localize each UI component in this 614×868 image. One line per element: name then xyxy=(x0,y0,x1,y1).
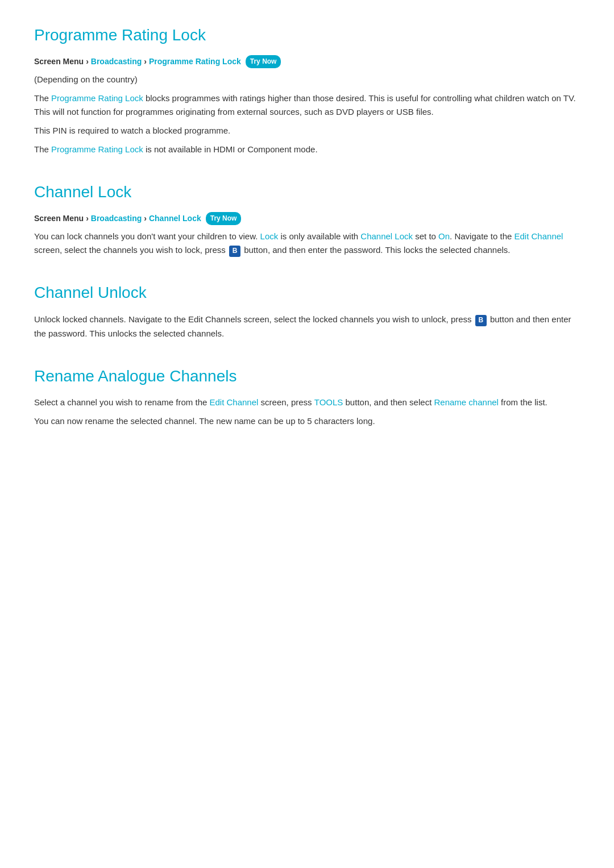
section-channel-lock: Channel LockScreen Menu › Broadcasting ›… xyxy=(34,180,580,258)
inline-text: screen, press xyxy=(258,397,314,407)
paragraph-p4: The Programme Rating Lock is not availab… xyxy=(34,143,580,157)
b-button: B xyxy=(229,246,240,257)
inline-text: from the list. xyxy=(499,397,547,407)
breadcrumb-broadcasting[interactable]: Broadcasting xyxy=(91,55,142,68)
section-title-channel-unlock: Channel Unlock xyxy=(34,280,580,306)
inline-link: Programme Rating Lock xyxy=(51,144,143,154)
section-title-rename-analogue-channels: Rename Analogue Channels xyxy=(34,364,580,389)
inline-text: The xyxy=(34,93,51,103)
breadcrumb-broadcasting[interactable]: Broadcasting xyxy=(91,212,142,225)
inline-text: Unlock locked channels. Navigate to the … xyxy=(34,314,474,324)
b-button: B xyxy=(475,315,487,326)
inline-link: Edit Channel xyxy=(210,397,259,407)
breadcrumb: Screen Menu › Broadcasting › Channel Loc… xyxy=(34,212,580,225)
inline-text: You can lock channels you don't want you… xyxy=(34,231,260,241)
paragraph-p2: The Programme Rating Lock blocks program… xyxy=(34,92,580,120)
paragraph-p3: This PIN is required to watch a blocked … xyxy=(34,124,580,138)
section-programme-rating-lock: Programme Rating LockScreen Menu › Broad… xyxy=(34,23,580,157)
inline-text: is not available in HDMI or Component mo… xyxy=(143,144,318,154)
inline-link: Edit Channel xyxy=(515,231,563,241)
paragraph-p1: Unlock locked channels. Navigate to the … xyxy=(34,313,580,341)
inline-text: button, and then enter the password. Thi… xyxy=(242,245,511,255)
inline-text: set to xyxy=(413,231,438,241)
paragraph-p1: Select a channel you wish to rename from… xyxy=(34,396,580,410)
section-channel-unlock: Channel UnlockUnlock locked channels. Na… xyxy=(34,280,580,340)
breadcrumb-screen-menu: Screen Menu xyxy=(34,212,84,225)
breadcrumb-sep2: › xyxy=(144,55,147,68)
breadcrumb-sep2: › xyxy=(144,212,147,225)
para-text: You can now rename the selected channel.… xyxy=(34,416,375,426)
try-now-badge[interactable]: Try Now xyxy=(206,212,242,225)
inline-text: . Navigate to the xyxy=(450,231,514,241)
app-container: Programme Rating LockScreen Menu › Broad… xyxy=(34,23,580,429)
breadcrumb-section[interactable]: Channel Lock xyxy=(149,212,201,225)
breadcrumb-sep: › xyxy=(86,55,89,68)
breadcrumb-screen-menu: Screen Menu xyxy=(34,55,84,68)
section-rename-analogue-channels: Rename Analogue ChannelsSelect a channel… xyxy=(34,364,580,429)
paragraph-p1: You can lock channels you don't want you… xyxy=(34,230,580,258)
inline-text: The xyxy=(34,144,51,154)
inline-text: Select a channel you wish to rename from… xyxy=(34,397,210,407)
inline-text: button, and then select xyxy=(343,397,434,407)
section-title-programme-rating-lock: Programme Rating Lock xyxy=(34,23,580,48)
inline-link: Channel Lock xyxy=(360,231,413,241)
breadcrumb: Screen Menu › Broadcasting › Programme R… xyxy=(34,55,580,68)
inline-text: screen, select the channels you wish to … xyxy=(34,245,228,255)
para-text: (Depending on the country) xyxy=(34,74,138,84)
try-now-badge[interactable]: Try Now xyxy=(246,55,281,68)
breadcrumb-sep: › xyxy=(86,212,89,225)
inline-link: On xyxy=(438,231,450,241)
paragraph-p1: (Depending on the country) xyxy=(34,73,580,87)
tools-label: TOOLS xyxy=(314,397,343,407)
paragraph-p2: You can now rename the selected channel.… xyxy=(34,414,580,429)
inline-link: Programme Rating Lock xyxy=(51,93,143,103)
section-title-channel-lock: Channel Lock xyxy=(34,180,580,205)
inline-text: is only available with xyxy=(278,231,360,241)
breadcrumb-section[interactable]: Programme Rating Lock xyxy=(149,55,241,68)
inline-link: Rename channel xyxy=(434,397,498,407)
para-text: This PIN is required to watch a blocked … xyxy=(34,126,230,135)
inline-link: Lock xyxy=(260,231,279,241)
